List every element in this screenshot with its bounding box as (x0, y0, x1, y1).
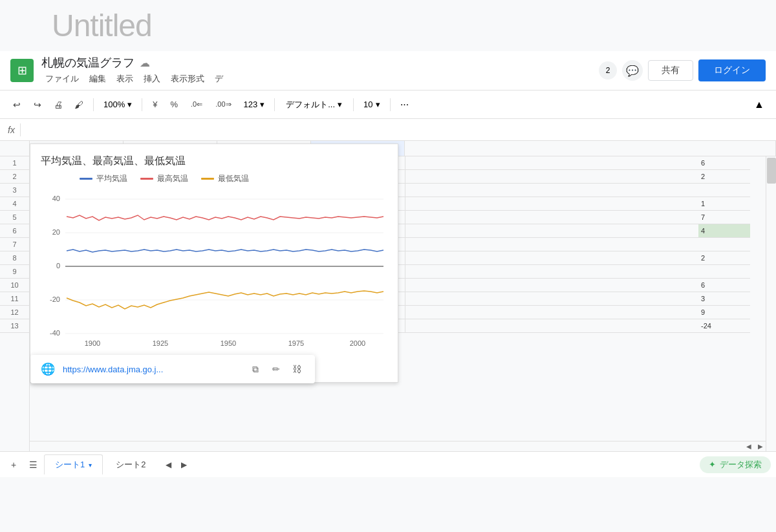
svg-text:1925: 1925 (153, 339, 168, 347)
scroll-right-button[interactable]: ▶ (755, 442, 766, 452)
row-header-12[interactable]: 12 (0, 306, 29, 319)
legend-avg: 平均気温 (80, 173, 127, 184)
font-size-selector[interactable]: 10 ▾ (359, 98, 384, 111)
login-button[interactable]: ログイン (698, 59, 766, 81)
undo-button[interactable]: ↩ (8, 96, 26, 114)
legend-low: 最低気温 (201, 173, 249, 184)
row-header-3[interactable]: 3 (0, 184, 29, 197)
menu-format[interactable]: 表示形式 (167, 72, 208, 86)
edit-link-button[interactable]: ✏ (268, 361, 284, 377)
sheet-tab-1[interactable]: シート1 ▾ (44, 454, 103, 474)
more-options-button[interactable]: ··· (396, 96, 414, 114)
scrollbar-thumb[interactable] (767, 158, 776, 184)
avg-temp-line (67, 250, 383, 252)
svg-text:1975: 1975 (288, 339, 304, 347)
svg-text:1950: 1950 (221, 339, 236, 347)
menu-edit[interactable]: 編集 (85, 72, 110, 86)
horizontal-scrollbar[interactable]: ◀ ▶ (30, 441, 766, 451)
row-header-6[interactable]: 6 (0, 224, 29, 238)
nav-arrows: ◀ ▶ (161, 458, 191, 472)
font-selector[interactable]: デフォルト... ▾ (280, 97, 348, 112)
app-header: 札幌の気温グラフ ☁ ファイル 編集 表示 挿入 表示形式 デ 2 💬 共有 ロ… (0, 51, 776, 90)
tab-controls: + ☰ (5, 456, 41, 473)
page-title: Untitled (0, 0, 776, 51)
toolbar-collapse-button[interactable]: ▲ (750, 96, 768, 114)
menu-insert[interactable]: 挿入 (140, 72, 164, 86)
link-url-text[interactable]: https://www.data.jma.go.j... (63, 365, 240, 374)
comment-count-area: 2 (599, 61, 617, 80)
print-button[interactable]: 🖨 (49, 96, 67, 114)
row-header-5[interactable]: 5 (0, 211, 29, 224)
fx-label: fx (8, 125, 15, 135)
row-header-8[interactable]: 8 (0, 251, 29, 265)
link-popup: 🌐 https://www.data.jma.go.j... ⧉ ✏ ⛓ (30, 355, 315, 383)
paint-format-button[interactable]: 🖌 (70, 96, 88, 114)
chart-container[interactable]: 平均気温、最高気温、最低気温 平均気温 最高気温 最低気温 (30, 144, 398, 383)
sheet-tab-2[interactable]: シート2 (105, 455, 156, 474)
grid-area: A B C D 6 2 1 7 4 2 6 (30, 141, 776, 477)
svg-text:-20: -20 (50, 295, 60, 303)
nav-next-button[interactable]: ▶ (177, 458, 191, 472)
decimal-less-button[interactable]: .0⇐ (186, 99, 208, 110)
comment-icon-button[interactable]: 💬 (622, 60, 643, 81)
doc-title-area: 札幌の気温グラフ ☁ ファイル 編集 表示 挿入 表示形式 デ (41, 55, 591, 86)
row-header-10[interactable]: 10 (0, 279, 29, 292)
redo-button[interactable]: ↪ (28, 96, 47, 114)
svg-text:40: 40 (52, 195, 60, 202)
toolbar-separator-1 (93, 98, 94, 111)
svg-text:1900: 1900 (85, 339, 100, 347)
row-header-1[interactable]: 1 (0, 156, 29, 170)
header-right: 2 💬 共有 ログイン (599, 59, 766, 81)
chart-legend: 平均気温 最高気温 最低気温 (41, 173, 387, 184)
formula-bar: fx (0, 119, 776, 141)
add-sheet-button[interactable]: + (5, 456, 22, 473)
toolbar-separator-5 (390, 98, 391, 111)
link-actions: ⧉ ✏ ⛓ (248, 361, 305, 377)
toolbar-separator-3 (274, 98, 275, 111)
row-headers: 1 2 3 4 5 6 7 8 9 10 11 12 13 (0, 141, 30, 477)
nav-prev-button[interactable]: ◀ (161, 458, 175, 472)
col-header-rest (405, 141, 776, 156)
copy-link-button[interactable]: ⧉ (248, 361, 263, 377)
bottom-bar: + ☰ シート1 ▾ シート2 ◀ ▶ ✦ データ探索 (0, 451, 776, 477)
spreadsheet-area: 1 2 3 4 5 6 7 8 9 10 11 12 13 A B C D (0, 141, 776, 477)
toolbar-separator-4 (353, 98, 354, 111)
row-header-13[interactable]: 13 (0, 319, 29, 333)
row-header-7[interactable]: 7 (0, 238, 29, 251)
svg-text:0: 0 (56, 262, 60, 270)
menu-data[interactable]: デ (211, 72, 227, 86)
row-header-9[interactable]: 9 (0, 265, 29, 279)
zoom-selector[interactable]: 100% ▾ (99, 98, 136, 111)
toolbar: ↩ ↪ 🖨 🖌 100% ▾ ¥ % .0⇐ .00⇒ 123 ▾ デフォルト.… (0, 90, 776, 119)
high-temp-line (67, 215, 383, 220)
chart-svg: 40 20 0 -20 -40 1900 1925 1950 1975 (41, 189, 390, 357)
doc-title[interactable]: 札幌の気温グラフ (41, 55, 135, 70)
corner-cell (0, 141, 29, 156)
legend-high: 最高気温 (140, 173, 188, 184)
explore-button[interactable]: ✦ データ探索 (700, 456, 771, 473)
menu-file[interactable]: ファイル (41, 72, 83, 86)
decimal-more-button[interactable]: .00⇒ (210, 99, 236, 110)
scroll-left-button[interactable]: ◀ (744, 442, 754, 452)
number-format-button[interactable]: 123 ▾ (239, 98, 270, 111)
menu-view[interactable]: 表示 (113, 72, 137, 86)
vertical-scrollbar[interactable] (766, 156, 776, 477)
svg-text:2000: 2000 (350, 339, 365, 347)
sheet-menu-button[interactable]: ☰ (25, 456, 41, 473)
svg-text:-40: -40 (50, 329, 60, 337)
link-globe-icon: 🌐 (41, 362, 55, 376)
cell-d13[interactable]: -24 (698, 319, 750, 333)
comment-count-badge[interactable]: 2 (599, 61, 617, 80)
svg-text:20: 20 (52, 228, 60, 236)
row-header-11[interactable]: 11 (0, 292, 29, 306)
percent-button[interactable]: % (165, 98, 183, 111)
share-button[interactable]: 共有 (648, 60, 693, 81)
row-header-4[interactable]: 4 (0, 197, 29, 211)
sheets-icon (10, 59, 34, 82)
toolbar-separator-2 (142, 98, 142, 111)
row-header-2[interactable]: 2 (0, 170, 29, 184)
unlink-button[interactable]: ⛓ (289, 361, 305, 377)
currency-button[interactable]: ¥ (147, 98, 162, 111)
chart-title: 平均気温、最高気温、最低気温 (41, 154, 387, 168)
formula-divider (20, 123, 21, 136)
